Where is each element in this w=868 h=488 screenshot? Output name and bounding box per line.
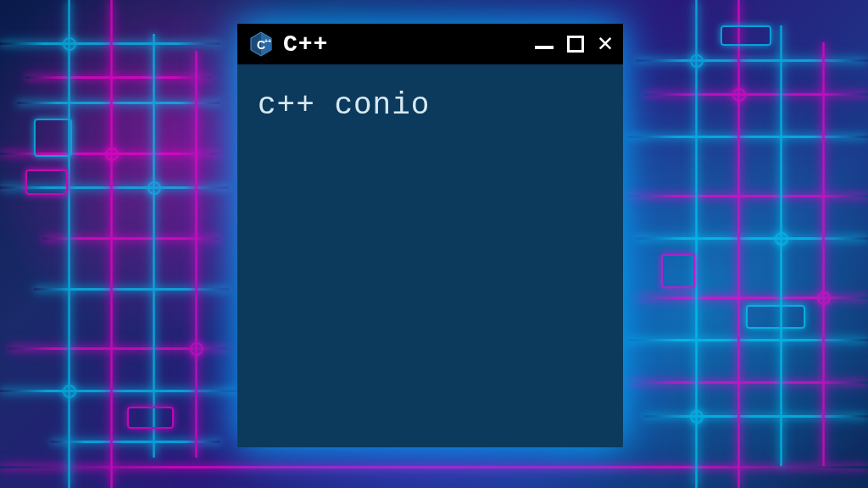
maximize-icon [567,36,584,53]
titlebar[interactable]: C + + C++ ✕ [237,24,623,64]
maximize-button[interactable] [567,36,584,53]
svg-text:+: + [268,38,271,44]
content-text: c++ conio [258,88,603,123]
close-button[interactable]: ✕ [598,31,613,57]
window-content: c++ conio [237,64,623,147]
minimize-button[interactable] [535,39,554,49]
cpp-logo-icon: C + + [248,30,275,58]
minimize-icon [535,46,554,49]
window-title: C++ [283,31,526,58]
window-controls: ✕ [535,31,613,57]
close-icon: ✕ [598,31,613,57]
application-window: C + + C++ ✕ c++ conio [237,24,623,447]
